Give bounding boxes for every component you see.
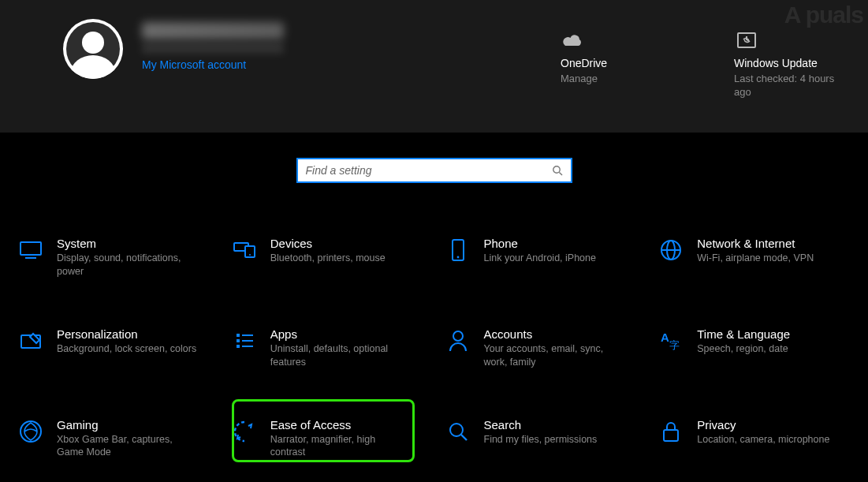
category-sub: Bluetooth, printers, mouse: [270, 252, 386, 265]
category-system[interactable]: System Display, sound, notifications, po…: [13, 234, 217, 282]
category-network[interactable]: Network & Internet Wi-Fi, airplane mode,…: [653, 234, 857, 282]
category-title: Gaming: [57, 418, 199, 432]
windows-update-title: Windows Update: [734, 57, 818, 69]
onedrive-sub: Manage: [561, 73, 598, 86]
category-accounts[interactable]: Accounts Your accounts, email, sync, wor…: [440, 324, 644, 372]
category-title: Devices: [270, 237, 386, 250]
my-microsoft-account-link[interactable]: My Microsoft account: [142, 58, 284, 71]
onedrive-title: OneDrive: [561, 57, 607, 69]
category-sub: Find my files, permissions: [484, 433, 598, 447]
network-icon: [658, 237, 684, 263]
category-devices[interactable]: Devices Bluetooth, printers, mouse: [226, 234, 430, 282]
category-sub: Xbox Game Bar, captures, Game Mode: [57, 433, 199, 460]
svg-line-25: [461, 435, 467, 440]
category-phone[interactable]: Phone Link your Android, iPhone: [440, 234, 644, 282]
personalization-icon: [17, 327, 44, 354]
category-title: Time & Language: [697, 327, 790, 341]
svg-rect-26: [664, 430, 678, 441]
user-name: [142, 22, 284, 39]
category-title: Ease of Access: [270, 418, 412, 432]
category-gaming[interactable]: Gaming Xbox Game Bar, captures, Game Mod…: [13, 415, 217, 463]
category-sub: Wi-Fi, airplane mode, VPN: [697, 252, 814, 265]
svg-rect-16: [237, 345, 240, 348]
category-sub: Your accounts, email, sync, work, family: [484, 342, 626, 369]
svg-rect-3: [20, 242, 41, 255]
svg-point-20: [453, 331, 463, 341]
category-time-language[interactable]: A字 Time & Language Speech, region, date: [653, 324, 857, 372]
category-title: Phone: [484, 237, 596, 250]
privacy-icon: [658, 418, 684, 445]
phone-icon: [445, 237, 471, 263]
svg-rect-15: [237, 339, 240, 342]
category-title: Network & Internet: [697, 237, 814, 250]
ease-of-access-icon: [231, 418, 258, 445]
cloud-icon: [561, 32, 586, 50]
svg-point-23: [20, 421, 41, 442]
category-title: System: [57, 237, 199, 250]
category-title: Privacy: [697, 418, 829, 432]
system-icon: [17, 237, 44, 263]
category-privacy[interactable]: Privacy Location, camera, microphone: [653, 415, 857, 463]
category-sub: Uninstall, defaults, optional features: [270, 342, 412, 369]
category-title: Accounts: [484, 327, 626, 341]
user-email: [142, 43, 284, 54]
search-icon: [552, 165, 563, 176]
search-category-icon: [445, 418, 471, 445]
windows-update-tile[interactable]: Windows Update Last checked: 4 hours ago: [734, 32, 836, 99]
category-sub: Background, lock screen, colors: [57, 342, 196, 356]
svg-point-9: [456, 256, 459, 259]
search-input[interactable]: [306, 164, 552, 177]
time-language-icon: A字: [658, 327, 684, 354]
svg-point-24: [450, 424, 463, 436]
category-title: Search: [484, 418, 598, 432]
svg-line-2: [559, 172, 562, 175]
gaming-icon: [17, 418, 44, 445]
settings-header: My Microsoft account OneDrive Manage Win…: [0, 0, 868, 133]
user-avatar[interactable]: [63, 19, 123, 79]
category-title: Personalization: [57, 327, 196, 341]
category-sub: Speech, region, date: [697, 342, 790, 356]
onedrive-tile[interactable]: OneDrive Manage: [561, 32, 663, 99]
svg-point-7: [249, 254, 251, 256]
svg-text:字: 字: [669, 339, 680, 351]
category-sub: Narrator, magnifier, high contrast: [270, 433, 412, 460]
windows-update-icon: [734, 32, 759, 50]
svg-text:A: A: [661, 331, 669, 344]
category-personalization[interactable]: Personalization Background, lock screen,…: [13, 324, 217, 372]
accounts-icon: [445, 327, 471, 354]
search-box[interactable]: [296, 158, 572, 183]
settings-categories: System Display, sound, notifications, po…: [13, 234, 857, 462]
apps-icon: [231, 327, 258, 354]
category-title: Apps: [270, 327, 412, 341]
category-ease-of-access[interactable]: Ease of Access Narrator, magnifier, high…: [226, 415, 430, 463]
watermark: A puals: [784, 2, 863, 28]
windows-update-sub: Last checked: 4 hours ago: [734, 73, 836, 99]
category-sub: Display, sound, notifications, power: [57, 252, 199, 278]
category-sub: Link your Android, iPhone: [484, 252, 596, 265]
category-sub: Location, camera, microphone: [697, 433, 829, 447]
devices-icon: [231, 237, 258, 263]
category-search[interactable]: Search Find my files, permissions: [440, 415, 644, 463]
svg-point-1: [553, 166, 559, 173]
svg-rect-14: [237, 334, 240, 337]
category-apps[interactable]: Apps Uninstall, defaults, optional featu…: [226, 324, 430, 372]
